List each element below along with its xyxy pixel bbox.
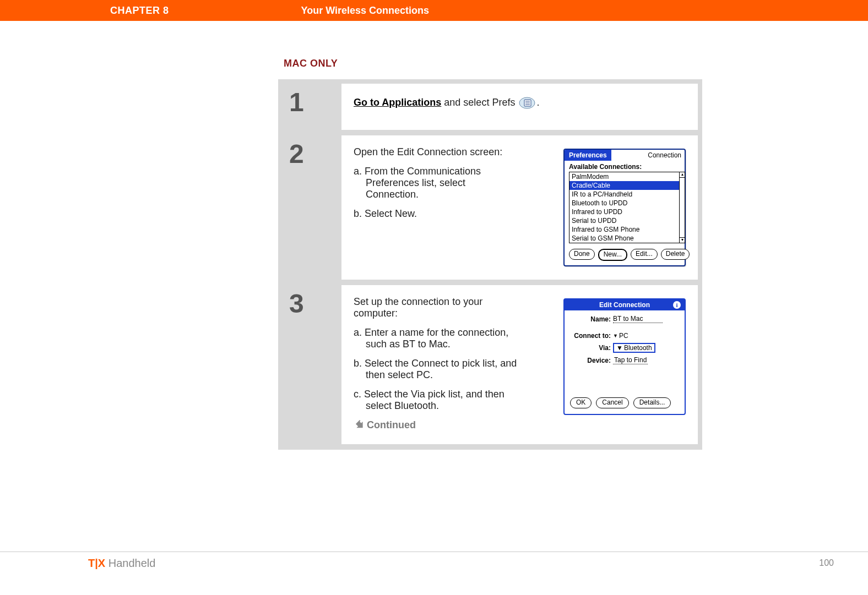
list-item[interactable]: Infrared to GSM Phone — [569, 225, 680, 234]
name-field[interactable]: BT to Mac — [613, 315, 663, 323]
connections-listbox[interactable]: PalmModem Cradle/Cable IR to a PC/Handhe… — [569, 172, 680, 243]
done-button[interactable]: Done — [569, 249, 595, 260]
via-value: Bluetooth — [624, 344, 652, 352]
name-label: Name: — [570, 315, 613, 323]
page-footer: T|X Handheld 100 — [0, 552, 868, 574]
step1-period: . — [536, 97, 539, 108]
connect-to-value: PC — [619, 332, 628, 340]
page-number: 100 — [819, 558, 834, 568]
connect-to-picklist[interactable]: ▼ PC — [613, 332, 628, 340]
step-body: Go to Applications and select Prefs . — [341, 84, 698, 130]
step-text: Set up the connection to your computer: … — [354, 296, 530, 431]
chevron-down-icon: ▼ — [613, 333, 618, 339]
palm-edit-connection-window: Edit Connection i Name: BT to Mac — [563, 298, 686, 415]
palm2-titlebar: Edit Connection i — [565, 299, 685, 310]
step-number: 2 — [283, 135, 341, 280]
info-icon[interactable]: i — [672, 301, 681, 311]
device-label: Device: — [570, 357, 613, 364]
palm-title-left: Preferences — [565, 150, 611, 161]
delete-button[interactable]: Delete — [661, 249, 690, 260]
list-item[interactable]: Infrared to UPDD — [569, 208, 680, 216]
step-number: 3 — [283, 285, 341, 444]
via-label: Via: — [570, 344, 613, 352]
details-button[interactable]: Details... — [633, 397, 671, 408]
step1-after: and select Prefs — [441, 97, 518, 108]
step3-intro: Set up the connection to your computer: — [354, 296, 519, 319]
screenshot-wrap: Edit Connection i Name: BT to Mac — [530, 296, 686, 431]
screenshot-wrap: Preferences Connection Available Connect… — [530, 146, 686, 266]
palm-titlebar: Preferences Connection — [565, 150, 685, 161]
step2-intro: Open the Edit Connection screen: — [354, 146, 519, 158]
device-row: Device: Tap to Find — [570, 356, 679, 364]
steps-container: 1 Go to Applications and select Prefs — [278, 79, 702, 450]
header-bar: CHAPTER 8 Your Wireless Connections — [0, 0, 868, 21]
step-2: 2 Open the Edit Connection screen: a. Fr… — [283, 135, 698, 280]
step3-b: b. Select the Connect to pick list, and … — [354, 358, 519, 381]
list-item[interactable]: IR to a PC/Handheld — [569, 190, 680, 199]
list-item[interactable]: PalmModem — [569, 172, 680, 181]
list-item[interactable]: Serial to UPDD — [569, 216, 680, 225]
step2-b: b. Select New. — [354, 208, 519, 220]
step-text: Go to Applications and select Prefs . — [354, 97, 686, 117]
list-item[interactable]: Bluetooth to UPDD — [569, 199, 680, 208]
list-item[interactable]: Cradle/Cable — [569, 181, 680, 190]
cancel-button[interactable]: Cancel — [596, 397, 628, 408]
new-button[interactable]: New... — [598, 249, 627, 261]
step-number: 1 — [283, 84, 341, 130]
continued-text: Continued — [367, 419, 416, 430]
step1-line: Go to Applications and select Prefs . — [354, 97, 675, 109]
scroll-down-icon[interactable]: ▾ — [680, 237, 685, 243]
svg-text:i: i — [676, 302, 677, 308]
available-connections-label: Available Connections: — [565, 161, 685, 172]
via-row: Via: ▼ Bluetooth — [570, 343, 679, 353]
chapter-label: CHAPTER 8 — [110, 5, 169, 17]
name-row: Name: BT to Mac — [570, 315, 679, 323]
chevron-down-icon: ▼ — [616, 344, 623, 352]
step2-a: a. From the Communications Preferences l… — [354, 166, 519, 200]
prefs-icon — [519, 97, 535, 109]
edit-button[interactable]: Edit... — [631, 249, 658, 260]
scrollbar[interactable]: ▴ ▾ — [679, 172, 685, 243]
connect-to-label: Connect to: — [570, 332, 613, 340]
palm-title-right: Connection — [611, 151, 685, 159]
go-to-applications-link[interactable]: Go to Applications — [354, 97, 441, 108]
footer-handheld: Handheld — [105, 557, 155, 569]
palm-preferences-window: Preferences Connection Available Connect… — [563, 149, 686, 266]
edit-connection-form: Name: BT to Mac Connect to: ▼ PC Via: — [565, 310, 685, 394]
palm2-title: Edit Connection — [599, 301, 650, 309]
via-picklist[interactable]: ▼ Bluetooth — [613, 343, 655, 353]
step-text: Open the Edit Connection screen: a. From… — [354, 146, 530, 266]
document-page: CHAPTER 8 Your Wireless Connections MAC … — [0, 0, 868, 595]
step3-a: a. Enter a name for the connection, such… — [354, 327, 519, 350]
footer-brand: T|X Handheld — [88, 557, 155, 570]
chapter-title: Your Wireless Connections — [301, 5, 430, 17]
device-tap-to-find[interactable]: Tap to Find — [613, 356, 648, 364]
palm2-button-row: OK Cancel Details... — [565, 394, 685, 414]
step-body: Set up the connection to your computer: … — [341, 285, 698, 444]
step3-c: c. Select the Via pick list, and then se… — [354, 389, 519, 412]
step-1: 1 Go to Applications and select Prefs — [283, 84, 698, 130]
footer-tx: T|X — [88, 557, 105, 569]
connect-to-row: Connect to: ▼ PC — [570, 332, 679, 340]
continued-label: Continued — [354, 419, 519, 431]
palm-button-row: Done New... Edit... Delete — [565, 243, 685, 265]
section-label: MAC ONLY — [284, 58, 702, 69]
continued-arrow-icon — [354, 419, 365, 430]
step-body: Open the Edit Connection screen: a. From… — [341, 135, 698, 280]
list-item[interactable]: Serial to GSM Phone — [569, 234, 680, 243]
scroll-up-icon[interactable]: ▴ — [680, 172, 685, 178]
main-column: MAC ONLY 1 Go to Applications and select… — [278, 58, 702, 450]
step-3: 3 Set up the connection to your computer… — [283, 285, 698, 444]
ok-button[interactable]: OK — [570, 397, 592, 408]
